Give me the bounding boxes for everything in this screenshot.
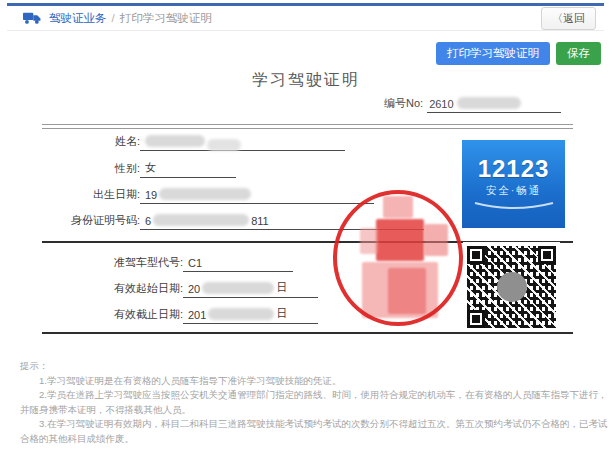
qr-finder-icon (467, 246, 485, 264)
serial-label: 编号No: (384, 96, 423, 113)
birth-date-label: 出生日期: (42, 187, 140, 204)
field-row-vehicle-class: 准驾车型代号: C1 (42, 255, 293, 272)
breadcrumb-current: 打印学习驾驶证明 (120, 11, 212, 26)
id-number-suffix: 811 (251, 215, 269, 227)
field-row-gender: 性别: 女 (42, 161, 236, 178)
logo-swoosh-icon (471, 200, 557, 212)
certificate-title: 学习驾驶证明 (0, 70, 612, 91)
save-button[interactable]: 保存 (556, 42, 601, 65)
breadcrumb-separator: / (112, 12, 115, 24)
redaction-blur (208, 308, 274, 320)
redaction-blur (159, 188, 251, 200)
valid-to-suffix: 日 (276, 306, 287, 321)
valid-to-value: 201 日 (183, 306, 318, 324)
valid-from-prefix: 20 (188, 283, 200, 295)
serial-value: 2610 (427, 97, 561, 113)
print-certificate-button[interactable]: 打印学习驾驶证明 (436, 42, 550, 65)
qr-finder-icon (467, 310, 485, 328)
redaction-blur (202, 282, 274, 294)
redaction-blur (145, 135, 205, 147)
field-row-valid-to: 有效截止日期: 201 日 (42, 307, 318, 324)
valid-from-label: 有效起始日期: (42, 281, 183, 298)
notes-section: 提示： 1.学习驾驶证明是在有资格的人员随车指导下准许学习驾驶技能的凭证。 2.… (20, 359, 608, 446)
gender-text: 女 (145, 160, 156, 175)
redaction-blur (457, 97, 521, 109)
field-row-valid-from: 有效起始日期: 20 日 (42, 281, 318, 298)
id-number-prefix: 6 (145, 215, 151, 227)
redaction-blur (207, 139, 241, 151)
qr-finder-icon (538, 246, 556, 264)
qr-center-logo (497, 272, 527, 302)
note-item: 2.学员在道路上学习驾驶应当按照公安机关交通管理部门指定的路线、时间，使用符合规… (20, 388, 608, 417)
note-item: 1.学习驾驶证明是在有资格的人员随车指导下准许学习驾驶技能的凭证。 (20, 374, 608, 389)
logo-slogan: 安全·畅通 (486, 184, 542, 198)
serial-visible-digits: 2610 (429, 98, 453, 110)
name-value (140, 135, 345, 151)
vehicle-class-label: 准驾车型代号: (42, 255, 183, 272)
note-item: 3.在学习驾驶证明有效期内，科目二和科目三道路驾驶技能考试预约考试的次数分别不得… (20, 417, 608, 446)
qr-code (463, 242, 560, 332)
red-stamp-circle (333, 190, 463, 326)
qr-pattern (467, 246, 556, 328)
vehicle-class-text: C1 (188, 257, 202, 269)
valid-from-value: 20 日 (183, 280, 318, 298)
name-label: 姓名: (42, 134, 140, 151)
field-row-name: 姓名: (42, 134, 345, 151)
certificate-top-rule (42, 124, 573, 129)
valid-to-prefix: 201 (188, 309, 206, 321)
valid-from-suffix: 日 (276, 280, 287, 295)
gender-value: 女 (140, 160, 236, 178)
birth-date-visible-digits: 19 (145, 189, 157, 201)
back-button[interactable]: 〈返回 (541, 7, 596, 30)
logo-number: 12123 (478, 157, 550, 181)
redaction-blur (153, 214, 249, 226)
vehicle-class-value: C1 (183, 257, 293, 272)
serial-number: 编号No: 2610 (384, 96, 561, 113)
breadcrumb-section[interactable]: 驾驶证业务 (49, 11, 107, 26)
field-row-birth-date: 出生日期: 19 (42, 187, 374, 204)
header-bar: 驾驶证业务 / 打印学习驾驶证明 〈返回 (7, 3, 604, 31)
birth-date-value: 19 (140, 188, 374, 204)
notes-heading: 提示： (20, 359, 608, 374)
12123-logo: 12123 安全·畅通 (462, 140, 565, 228)
toolbar: 打印学习驾驶证明 保存 (436, 42, 601, 65)
gender-label: 性别: (42, 161, 140, 178)
id-number-label: 身份证明号码: (42, 213, 140, 230)
truck-icon (23, 11, 42, 25)
valid-to-label: 有效截止日期: (42, 307, 183, 324)
